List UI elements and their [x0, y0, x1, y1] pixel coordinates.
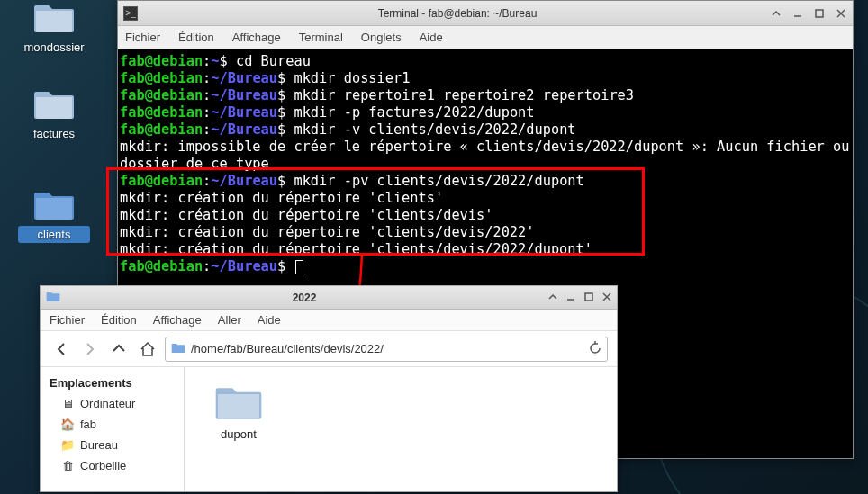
rollup-button[interactable] [770, 7, 782, 20]
terminal-menubar: Fichier Édition Affichage Terminal Ongle… [118, 26, 853, 49]
folder-icon [171, 341, 185, 356]
sidebar-item-bureau[interactable]: 📁Bureau [41, 435, 184, 455]
desktop-icon-mondossier[interactable]: mondossier [18, 0, 90, 56]
menu-aide[interactable]: Aide [420, 31, 443, 44]
terminal-icon: >_ [123, 6, 138, 21]
maximize-button[interactable] [813, 7, 826, 20]
filemanager-window: 2022 Fichier Édition Affichage Aller Aid… [40, 285, 618, 492]
maximize-button[interactable] [584, 292, 593, 304]
terminal-output-line: mkdir: création du répertoire 'clients/d… [120, 224, 851, 241]
trash-icon: 🗑 [60, 459, 75, 472]
places-header: Emplacements [41, 373, 184, 393]
filemanager-menubar: Fichier Édition Affichage Aller Aide [41, 310, 617, 331]
menu-terminal[interactable]: Terminal [299, 31, 343, 44]
menu-aide[interactable]: Aide [258, 313, 281, 327]
up-button[interactable] [107, 337, 131, 361]
terminal-output-line: mkdir: création du répertoire 'clients/d… [120, 207, 851, 224]
sidebar-item-fab[interactable]: 🏠fab [41, 414, 184, 435]
folder-item-dupont[interactable]: dupont [203, 380, 275, 441]
menu-fichier[interactable]: Fichier [125, 31, 160, 44]
terminal-cursor [295, 260, 303, 274]
path-bar[interactable]: /home/fab/Bureau/clients/devis/2022/ [165, 337, 608, 362]
back-button[interactable] [50, 337, 73, 361]
filemanager-sidebar: Emplacements 🖥Ordinateur 🏠fab 📁Bureau 🗑C… [41, 367, 185, 491]
minimize-button[interactable] [791, 7, 804, 20]
menu-affichage[interactable]: Affichage [153, 313, 202, 327]
desktop-icon-clients[interactable]: clients [18, 185, 90, 243]
close-button[interactable] [602, 292, 611, 304]
path-text: /home/fab/Bureau/clients/devis/2022/ [191, 342, 384, 355]
minimize-button[interactable] [566, 292, 575, 304]
rollup-button[interactable] [548, 292, 557, 304]
terminal-titlebar[interactable]: >_ Terminal - fab@debian: ~/Bureau [118, 1, 853, 26]
desktop-icon-label: clients [18, 226, 90, 243]
filemanager-content[interactable]: dupont [185, 367, 617, 491]
filemanager-titlebar[interactable]: 2022 [41, 286, 617, 310]
menu-edition[interactable]: Édition [101, 313, 137, 327]
menu-aller[interactable]: Aller [218, 313, 241, 327]
computer-icon: 🖥 [60, 397, 75, 410]
menu-edition[interactable]: Édition [178, 31, 214, 44]
home-icon: 🏠 [60, 418, 75, 431]
svg-rect-1 [816, 10, 823, 17]
menu-affichage[interactable]: Affichage [232, 31, 281, 44]
close-button[interactable] [835, 7, 847, 20]
folder-icon [213, 380, 264, 421]
window-title: Terminal - fab@debian: ~/Bureau [145, 7, 770, 20]
desktop-icon-label: mondossier [18, 39, 90, 56]
reload-button[interactable] [589, 341, 601, 356]
home-button[interactable] [136, 337, 159, 361]
menu-fichier[interactable]: Fichier [50, 313, 85, 327]
svg-rect-5 [585, 293, 592, 301]
sidebar-item-corbeille[interactable]: 🗑Corbeille [41, 455, 184, 476]
terminal-output-line: mkdir: création du répertoire 'clients' [120, 190, 851, 207]
menu-onglets[interactable]: Onglets [361, 31, 402, 44]
folder-icon [32, 0, 76, 34]
desktop-icon-label: factures [18, 125, 90, 142]
folder-icon [32, 85, 76, 121]
sidebar-item-ordinateur[interactable]: 🖥Ordinateur [41, 393, 184, 414]
folder-icon [46, 290, 60, 305]
forward-button[interactable] [78, 337, 102, 361]
folder-icon: 📁 [60, 438, 75, 452]
filemanager-toolbar: /home/fab/Bureau/clients/devis/2022/ [41, 331, 617, 367]
folder-icon [32, 185, 76, 221]
window-title: 2022 [60, 292, 548, 304]
terminal-error-line: mkdir: impossible de créer le répertoire… [120, 139, 851, 173]
folder-label: dupont [203, 427, 275, 441]
desktop-icon-factures[interactable]: factures [18, 85, 90, 142]
terminal-output-line: mkdir: création du répertoire 'clients/d… [120, 241, 851, 258]
